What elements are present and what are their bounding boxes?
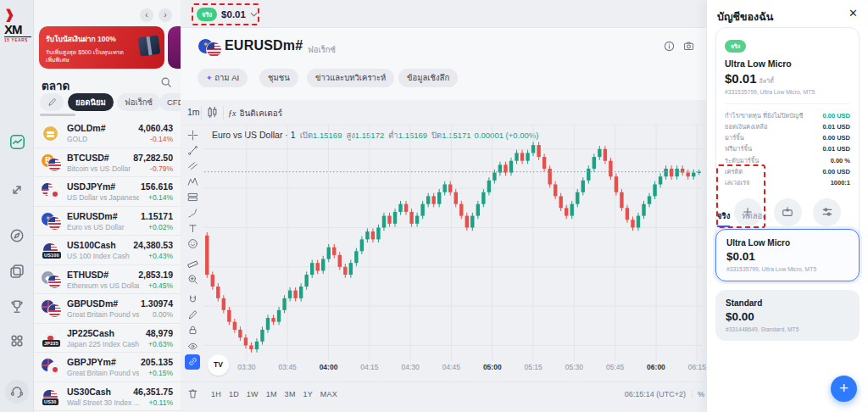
- account-list-item[interactable]: Standard$0.00#331448649, Standard, MT5: [715, 290, 860, 341]
- nav-rail: ❱XM 15 YEARS: [0, 0, 34, 412]
- detail-value: 0.00 USD: [822, 132, 850, 143]
- watchlist-panel: ‹ › รับโบนัสเงินฝาก 100% รับเพิ่มสูงสุด …: [34, 0, 181, 412]
- xm-logo[interactable]: ❱XM 15 YEARS: [4, 7, 31, 42]
- camera-icon[interactable]: [683, 41, 694, 52]
- account-detail-row: ยอดเงินคงเหลือ0.01 USD: [725, 121, 850, 132]
- indicators-button[interactable]: ƒxอินดิเคเตอร์: [228, 107, 282, 120]
- tab-ask-ai[interactable]: ✦ ถาม AI: [198, 69, 248, 87]
- support-headset-icon[interactable]: [5, 380, 29, 404]
- instrument-price: 1.30974: [141, 298, 173, 309]
- instrument-symbol: ETHUSD#: [67, 270, 108, 280]
- candlestick-chart[interactable]: [204, 125, 702, 361]
- account-detail-row: กำไร/ขาดทุน ที่ยังไม่ปิดบัญชี0.00 USD: [725, 110, 850, 121]
- nav-more-icon[interactable]: [7, 331, 27, 351]
- watchlist-row[interactable]: USDJPYm#US Dollar vs Japanese Y...156.61…: [34, 177, 181, 207]
- nav-copy-trading-icon[interactable]: [7, 261, 27, 281]
- magnet-tool[interactable]: [185, 292, 200, 307]
- watchlist-row[interactable]: GOLDm#GOLD4,060.43-0.14%: [34, 119, 181, 148]
- tab-news-analysis[interactable]: ข่าวและบทวิเคราะห์: [307, 69, 394, 87]
- account-balance: $0.00: [726, 310, 849, 323]
- watchlist-row[interactable]: GBPJPYm#Great Britain Pound vs ...205.13…: [34, 353, 181, 382]
- instrument-name: US Dollar vs Japanese Y...: [67, 193, 139, 202]
- account-list-item[interactable]: Ultra Low Micro$0.01#331535799, Ultra Lo…: [715, 229, 860, 281]
- banner-prev-button[interactable]: ‹: [140, 8, 153, 22]
- watchlist-items: GOLDm#GOLD4,060.43-0.14%BBTCUSD#Bitcoin …: [34, 119, 181, 411]
- timeframe-button[interactable]: 1m: [187, 107, 200, 117]
- time-tick: 03:45: [279, 363, 297, 371]
- nav-trade-icon[interactable]: [7, 180, 27, 200]
- withdraw-icon: [774, 198, 802, 226]
- range-buttons[interactable]: 1H 1D 1W 1M 3M 1Y MAX: [211, 390, 337, 398]
- watchlist-row[interactable]: BBTCUSD#Bitcoin vs US Dollar87,282.50-0.…: [34, 148, 181, 178]
- banner-next-button[interactable]: ›: [159, 8, 172, 22]
- detail-value: 0.00 USD: [822, 166, 850, 177]
- zoom-in-tool[interactable]: [185, 271, 200, 287]
- chart-footer: 1H 1D 1W 1M 3M 1Y MAX 06:15:14 (UTC+2) %: [181, 381, 706, 412]
- instrument-price: 205.135: [141, 357, 173, 367]
- instrument-change: +0.02%: [148, 223, 173, 231]
- tab-forex[interactable]: ฟอเร็กซ์: [117, 93, 160, 111]
- watchlist-row[interactable]: EURUSDm#Euro vs US Dollar1.15171+0.02%: [34, 207, 181, 237]
- hide-drawings-tool[interactable]: [185, 338, 200, 354]
- trendline-tool[interactable]: [185, 142, 200, 158]
- nav-discover-icon[interactable]: [7, 225, 27, 246]
- account-meta: #331535799, Ultra Low Micro, MT5: [725, 89, 850, 95]
- account-type-tabs: จริงทดลอง: [717, 209, 766, 227]
- tab-insights[interactable]: ข้อมูลเชิงลึก: [398, 69, 458, 87]
- account-balance: $0.01: [726, 250, 849, 263]
- add-account-button[interactable]: +: [831, 376, 857, 402]
- text-tool[interactable]: [185, 220, 200, 236]
- edit-watchlist-icon[interactable]: [40, 93, 64, 111]
- detail-label: ฟรีมาร์จิ้น: [725, 143, 752, 154]
- watchlist-row[interactable]: US30US30CashWall Street 30 Index ...46,3…: [34, 382, 181, 412]
- tab-popular[interactable]: ยอดนิยม: [68, 93, 114, 111]
- search-icon[interactable]: [160, 76, 172, 88]
- tab-real[interactable]: จริง: [717, 209, 730, 227]
- ruler-tool[interactable]: [185, 256, 200, 271]
- instrument-symbol: BTCUSD#: [67, 153, 109, 163]
- xabcd-pattern-tool[interactable]: [185, 174, 200, 189]
- account-switcher-chip[interactable]: จริง $0.01: [197, 8, 258, 21]
- time-axis[interactable]: 03:3003:4504:0004:1504:3004:4505:0005:15…: [204, 363, 702, 375]
- watchlist-row[interactable]: US100US100CashUS 100 Index Cash24,380.53…: [34, 236, 181, 265]
- clock-label[interactable]: 06:15:14 (UTC+2): [625, 390, 686, 398]
- instrument-symbol: EURUSDm#: [67, 211, 118, 221]
- brush-tool[interactable]: [185, 205, 200, 220]
- drawings-tool[interactable]: [185, 307, 200, 322]
- detail-value: 0.01 USD: [822, 121, 850, 132]
- watchlist-row[interactable]: JP225JP225CashJapan 225 Index Cash48,979…: [34, 324, 181, 354]
- detail-value: 0.01 USD: [822, 143, 850, 154]
- time-tick: 06:00: [647, 363, 665, 371]
- instrument-change: +0.11%: [149, 398, 173, 407]
- trash-tool[interactable]: [185, 386, 200, 401]
- detail-label: กำไร/ขาดทุน ที่ยังไม่ปิดบัญชี: [725, 110, 804, 121]
- time-tick: 04:00: [320, 363, 338, 371]
- promo-banner[interactable]: รับโบนัสเงินฝาก 100% รับเพิ่มสูงสุด $500…: [39, 26, 164, 69]
- instrument-price: 46,351.75: [133, 387, 173, 397]
- instrument-name: Wall Street 30 Index ...: [67, 398, 139, 407]
- nav-competitions-icon[interactable]: [7, 297, 27, 317]
- crosshair-tool[interactable]: [185, 127, 200, 142]
- instrument-price: 1.15171: [141, 211, 173, 221]
- lock-tool[interactable]: [185, 323, 200, 338]
- long-position-tool[interactable]: [185, 190, 200, 205]
- close-icon[interactable]: ✕: [849, 7, 858, 19]
- instrument-symbol: USDJPYm#: [67, 181, 115, 192]
- time-tick: 05:15: [524, 363, 542, 371]
- watchlist-row[interactable]: GBPUSDm#Great Britain Pound vs ...1.3097…: [34, 294, 181, 324]
- sync-drawings-tool[interactable]: [185, 354, 200, 370]
- parallel-channel-tool[interactable]: [185, 159, 200, 174]
- info-icon[interactable]: [664, 41, 675, 52]
- instrument-price: 24,380.53: [133, 240, 173, 250]
- nav-markets-icon[interactable]: [7, 131, 27, 152]
- percent-scale-toggle[interactable]: %: [692, 390, 704, 398]
- tab-demo[interactable]: ทดลอง: [742, 209, 766, 227]
- emoji-tool[interactable]: [185, 237, 200, 252]
- watchlist-row[interactable]: ◆ETHUSD#Ethereum vs US Dollar2,853.19+0.…: [34, 265, 181, 295]
- tab-community[interactable]: ชุมชน: [259, 69, 298, 87]
- account-meta: #331448649, Standard, MT5: [726, 326, 849, 332]
- chart-type-candles-icon[interactable]: [206, 106, 219, 119]
- promo-banner-next[interactable]: [168, 26, 181, 69]
- gold-icon: [41, 124, 61, 142]
- account-detail-row: ระดับมาร์จิ้น0.00 %: [725, 155, 850, 166]
